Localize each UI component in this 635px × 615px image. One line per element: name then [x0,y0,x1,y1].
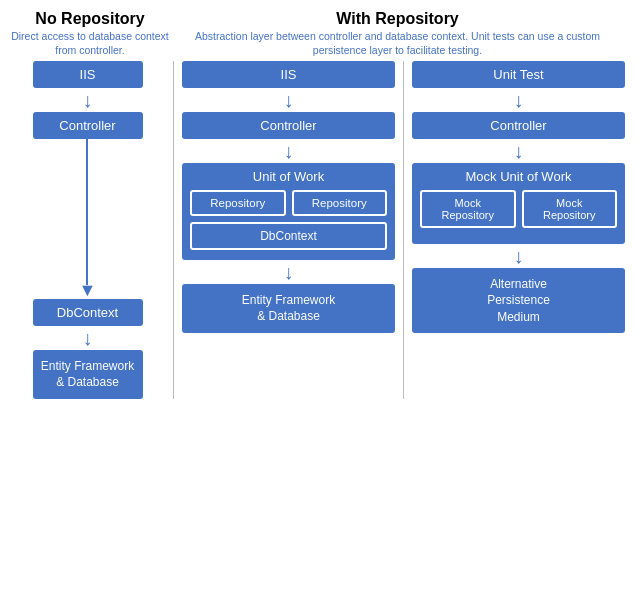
no-repo-column: IIS ↓ Controller ▼ DbContext ↓ Entity Fr… [10,61,165,398]
with-repo-header: With Repository Abstraction layer betwee… [170,10,625,57]
repository-box-2: Repository [292,190,388,216]
arrow-right-2: ↓ [514,141,524,161]
with-repo-desc: Abstraction layer between controller and… [170,30,625,57]
arrow-right-3: ↓ [514,246,524,266]
unit-test-box: Unit Test [412,61,625,88]
headers: No Repository Direct access to database … [10,10,625,57]
controller-box-right: Controller [412,112,625,139]
arrow-down-1: ↓ [83,90,93,110]
repositories-row: Repository Repository [190,190,387,216]
bottom-box-right: AlternativePersistenceMedium [412,268,625,333]
iis-box-middle: IIS [182,61,395,88]
arrow-middle-2: ↓ [284,141,294,161]
with-repo-title: With Repository [170,10,625,28]
no-repo-title: No Repository [10,10,170,28]
dbcontext-inner-box: DbContext [190,222,387,250]
controller-box-middle: Controller [182,112,395,139]
divider-2 [403,61,404,398]
middle-column: IIS ↓ Controller ↓ Unit of Work Reposito… [182,61,395,332]
mock-unit-of-work-title: Mock Unit of Work [420,169,617,184]
mock-repository-box-1: MockRepository [420,190,516,228]
repository-box-1: Repository [190,190,286,216]
dbcontext-box-no-repo: DbContext [33,299,143,326]
arrow-middle-1: ↓ [284,90,294,110]
right-column: Unit Test ↓ Controller ↓ Mock Unit of Wo… [412,61,625,333]
no-repo-header: No Repository Direct access to database … [10,10,170,57]
arrow-middle-3: ↓ [284,262,294,282]
diagram: No Repository Direct access to database … [0,0,635,615]
mock-repositories-row: MockRepository MockRepository [420,190,617,228]
controller-box-no-repo: Controller [33,112,143,139]
unit-of-work-container: Unit of Work Repository Repository DbCon… [182,163,395,260]
arrow-down-2-no-repo: ↓ [83,328,93,348]
mock-repository-box-2: MockRepository [522,190,618,228]
arrow-right-1: ↓ [514,90,524,110]
bottom-box-no-repo: Entity Framework& Database [33,350,143,398]
divider-1 [173,61,174,398]
unit-of-work-title: Unit of Work [190,169,387,184]
no-repo-desc: Direct access to database context from c… [10,30,170,57]
long-arrow-no-repo: ▼ [79,139,97,299]
bottom-box-middle: Entity Framework& Database [182,284,395,332]
iis-box-no-repo: IIS [33,61,143,88]
mock-unit-of-work-container: Mock Unit of Work MockRepository MockRep… [412,163,625,244]
